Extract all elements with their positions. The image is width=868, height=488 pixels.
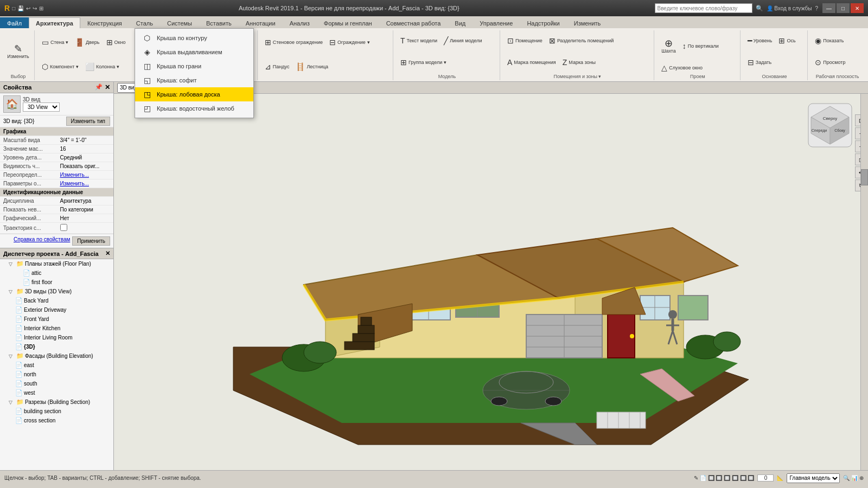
room-button[interactable]: ⊡ Помещение: [505, 30, 545, 51]
north-row[interactable]: 📄 north: [0, 370, 113, 378]
tree-item-backyard[interactable]: 📄 Back Yard: [0, 296, 113, 305]
model-dropdown[interactable]: Главная модель: [787, 473, 840, 483]
tab-systems[interactable]: Системы: [160, 17, 199, 28]
roof-extrude-item[interactable]: ◈ Крыша выдавливанием: [135, 45, 253, 59]
sync-icon[interactable]: ⊞: [39, 5, 43, 11]
minimize-button[interactable]: —: [822, 3, 835, 13]
model-text-button[interactable]: T Текст модели: [398, 30, 440, 51]
area-zones-button[interactable]: Z Марка зоны: [560, 52, 598, 73]
tab-manage[interactable]: Управление: [473, 17, 520, 28]
plans-row[interactable]: ▽ 📁 Планы этажей (Floor Plan): [0, 260, 113, 268]
search-icon[interactable]: 🔍: [756, 5, 763, 12]
tab-forms[interactable]: Формы и генплан: [317, 17, 379, 28]
titlebar-icon[interactable]: □: [12, 5, 15, 11]
user-icon[interactable]: 👤 Вход в службы: [767, 5, 812, 11]
tab-architecture[interactable]: Архитектура: [29, 17, 80, 28]
viewer-button[interactable]: ⊙ Просмотр: [812, 52, 848, 73]
maximize-button[interactable]: □: [837, 3, 850, 13]
stair-button[interactable]: 🪜 Лестница: [293, 55, 331, 78]
properties-header[interactable]: Свойства 📌 ✕: [0, 82, 113, 93]
close-button[interactable]: ✕: [851, 3, 864, 13]
tree-item-north[interactable]: 📄 north: [0, 370, 113, 379]
wall-button[interactable]: ▭ Стена ▾: [39, 30, 71, 54]
override-value[interactable]: Изменить...: [57, 171, 114, 179]
south-row[interactable]: 📄 south: [0, 380, 113, 388]
model-line-button[interactable]: ╱ Линия модели: [441, 30, 485, 51]
properties-pin-icon[interactable]: 📌: [95, 84, 103, 91]
railing-button[interactable]: ⊟ Ограждение ▾: [327, 30, 373, 54]
tab-steel[interactable]: Сталь: [129, 17, 160, 28]
trajectory-checkbox[interactable]: [60, 224, 67, 231]
global-search-input[interactable]: [655, 3, 752, 13]
group-model-button[interactable]: ⊞ Группа модели ▾: [398, 52, 449, 73]
tab-analyze[interactable]: Анализ: [283, 17, 317, 28]
roof-fascia-item[interactable]: ◳ Крыша: лобовая доска: [135, 87, 253, 101]
roof-gutter-item[interactable]: ◰ Крыша: водосточный желоб: [135, 101, 253, 115]
scrollbar-thumb[interactable]: [861, 169, 868, 185]
dormer-button[interactable]: △ Слуховое окно: [659, 63, 705, 73]
project-manager-close-icon[interactable]: ✕: [105, 250, 110, 257]
graphic-value[interactable]: Нет: [57, 214, 114, 223]
grid-button[interactable]: ⊞ Ось: [776, 30, 798, 51]
backyard-row[interactable]: 📄 Back Yard: [0, 297, 113, 305]
roof-soffit-item[interactable]: ◱ Крыша: софит: [135, 73, 253, 87]
tab-annotate[interactable]: Аннотации: [239, 17, 283, 28]
tree-item-elevations[interactable]: ▽ 📁 Фасады (Building Elevation): [0, 351, 113, 361]
window-button[interactable]: ⊞ Окно: [104, 30, 129, 54]
frontyard-row[interactable]: 📄 Front Yard: [0, 315, 113, 323]
tab-view[interactable]: Вид: [448, 17, 473, 28]
tree-item-west[interactable]: 📄 west: [0, 388, 113, 397]
modify-button[interactable]: ✎ Изменить: [4, 30, 32, 73]
tree-item-interior-living[interactable]: 📄 Interior Living Room: [0, 333, 113, 342]
nav-cube[interactable]: Сверху Спереди Сбоку: [803, 98, 857, 152]
ref-plane-button[interactable]: ⊟ Задать: [745, 52, 774, 73]
params-link[interactable]: Изменить...: [60, 181, 89, 187]
curtain-wall-button[interactable]: ⊞ Стеновое ограждение: [262, 30, 326, 54]
apply-button[interactable]: Применить: [72, 236, 110, 246]
building-section-row[interactable]: 📄 building section: [0, 407, 113, 415]
3dviews-row[interactable]: ▽ 📁 3D виды (3D View): [0, 287, 113, 296]
cross-section-row[interactable]: 📄 cross section: [0, 416, 113, 425]
elevations-row[interactable]: ▽ 📁 Фасады (Building Elevation): [0, 352, 113, 360]
tree-item-plans[interactable]: ▽ 📁 Планы этажей (Floor Plan): [0, 259, 113, 268]
column-button[interactable]: ⬜ Колонна ▾: [82, 55, 122, 78]
show-hidden-value[interactable]: По категории: [57, 206, 114, 214]
vertical-button[interactable]: ↕ По вертикали: [680, 30, 722, 62]
detail-value[interactable]: Средний: [57, 153, 114, 162]
tab-insert[interactable]: Вставить: [199, 17, 239, 28]
component-button[interactable]: ⬡ Компонент ▾: [39, 55, 81, 78]
scale-num-value[interactable]: 16: [57, 145, 114, 153]
tree-item-3dviews[interactable]: ▽ 📁 3D виды (3D View): [0, 287, 113, 296]
ramp-button[interactable]: ⊿ Пандус: [262, 55, 292, 78]
3d-row[interactable]: 📄 {3D}: [0, 343, 113, 351]
properties-help-link[interactable]: Справка по свойствам: [14, 236, 70, 246]
tree-item-frontyard[interactable]: 📄 Front Yard: [0, 314, 113, 324]
change-type-button[interactable]: Изменить тип: [66, 117, 110, 126]
door-button[interactable]: 🚪 Дверь: [72, 30, 102, 54]
area-button[interactable]: A Марка помещения: [505, 52, 559, 73]
kitchen-row[interactable]: 📄 Interior Kitchen: [0, 324, 113, 332]
tree-item-firstfloor[interactable]: 📄 first floor: [0, 278, 113, 287]
visibility-value[interactable]: Показать ориг...: [57, 162, 114, 171]
driveway-row[interactable]: 📄 Exterior Driveway: [0, 306, 113, 314]
tree-item-south[interactable]: 📄 south: [0, 379, 113, 388]
tab-file[interactable]: Файл: [0, 17, 29, 28]
tab-construction[interactable]: Конструкция: [80, 17, 129, 28]
living-row[interactable]: 📄 Interior Living Room: [0, 333, 113, 342]
tree-item-sections[interactable]: ▽ 📁 Разрезы (Building Section): [0, 397, 113, 407]
redo-icon[interactable]: ↪: [33, 5, 37, 11]
tab-modify[interactable]: Изменить: [567, 17, 608, 28]
level-button[interactable]: ━ Уровень: [745, 30, 775, 51]
east-row[interactable]: 📄 east: [0, 361, 113, 369]
tab-addins[interactable]: Надстройки: [520, 17, 566, 28]
room-sep-button[interactable]: ⊠ Разделитель помещений: [546, 30, 616, 51]
save-icon[interactable]: 💾: [17, 5, 24, 11]
west-row[interactable]: 📄 west: [0, 389, 113, 397]
tree-item-east[interactable]: 📄 east: [0, 361, 113, 370]
firstfloor-row[interactable]: 📄 first floor: [0, 278, 113, 286]
tab-collab[interactable]: Совместная работа: [379, 17, 448, 28]
trajectory-value[interactable]: [57, 223, 114, 234]
tree-item-3d[interactable]: 📄 {3D}: [0, 342, 113, 351]
tree-item-building-section[interactable]: 📄 building section: [0, 407, 113, 416]
scale-value[interactable]: 3/4" = 1'-0": [57, 136, 114, 145]
